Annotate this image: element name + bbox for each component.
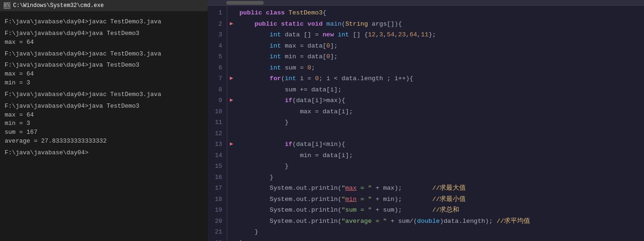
cmd-body[interactable]: F:\java\javabase\day04>javac TestDemo3.j… bbox=[0, 11, 208, 241]
cmd-line-11: min = 3 bbox=[5, 119, 203, 128]
ln-15: 15 bbox=[208, 161, 222, 172]
gutter-18 bbox=[227, 194, 236, 205]
cmd-titlebar: C\ C:\Windows\System32\cmd.exe bbox=[0, 0, 208, 11]
code-line-2: public static void main(String args[]){ bbox=[239, 19, 644, 30]
cmd-line-5: F:\java\javabase\day04>java TestDemo3 bbox=[5, 61, 203, 70]
cmd-line-9: F:\java\javabase\day04>java TestDemo3 bbox=[5, 102, 203, 111]
code-line-14: min = data[i]; bbox=[239, 150, 644, 161]
code-line-8: sum += data[i]; bbox=[239, 84, 644, 96]
code-line-9: if(data[i]>max){ bbox=[239, 95, 644, 106]
code-line-22: } bbox=[239, 238, 644, 241]
code-line-21: } bbox=[239, 227, 644, 238]
code-line-6: int sum = 0; bbox=[239, 62, 644, 74]
cmd-line-2: F:\java\javabase\day04>java TestDemo3 bbox=[5, 29, 203, 38]
ln-18: 18 bbox=[208, 194, 222, 205]
ln-16: 16 bbox=[208, 172, 222, 183]
cmd-panel: C\ C:\Windows\System32\cmd.exe F:\java\j… bbox=[0, 0, 208, 241]
ln-5: 5 bbox=[208, 51, 222, 62]
ln-17: 17 bbox=[208, 183, 222, 194]
code-line-11: } bbox=[239, 117, 644, 128]
gutter-14 bbox=[227, 150, 236, 161]
ln-6: 6 bbox=[208, 62, 222, 74]
gutter-20 bbox=[227, 216, 236, 227]
code-line-3: int data [] = new int [] {12,3,54,23,64,… bbox=[239, 29, 644, 41]
ln-11: 11 bbox=[208, 117, 222, 128]
cmd-line-3: max = 64 bbox=[5, 38, 203, 47]
gutter-9: ▶ bbox=[227, 95, 236, 106]
cmd-line-12: sum = 167 bbox=[5, 128, 203, 137]
gutter-11 bbox=[227, 117, 236, 128]
cmd-line-14: F:\java\javabase\day04> bbox=[5, 149, 203, 158]
cmd-line-7: min = 3 bbox=[5, 79, 203, 88]
gutter-5 bbox=[227, 51, 236, 62]
ln-9: 9 bbox=[208, 95, 222, 106]
ln-3: 3 bbox=[208, 29, 222, 41]
ln-4: 4 bbox=[208, 41, 222, 52]
gutter-19 bbox=[227, 205, 236, 216]
ln-12: 12 bbox=[208, 128, 222, 139]
scrollbar-top[interactable] bbox=[208, 0, 644, 6]
gutter-10 bbox=[227, 106, 236, 117]
code-line-15: } bbox=[239, 161, 644, 172]
ln-13: 13 bbox=[208, 139, 222, 150]
editor-content: 1 2 3 4 5 6 7 8 9 10 11 12 13 14 15 16 1… bbox=[208, 6, 644, 241]
gutter-12 bbox=[227, 128, 236, 139]
cmd-line-8: F:\java\javabase\day04>javac TestDemo3.j… bbox=[5, 90, 203, 99]
ln-21: 21 bbox=[208, 227, 222, 238]
cmd-title: C:\Windows\System32\cmd.exe bbox=[13, 2, 104, 9]
code-line-13: if(data[i]<min){ bbox=[239, 139, 644, 150]
cmd-line-13: average = 27.833333333333332 bbox=[5, 137, 203, 146]
gutter-8 bbox=[227, 84, 236, 96]
gutter-3 bbox=[227, 29, 236, 41]
gutter-16 bbox=[227, 172, 236, 183]
ln-10: 10 bbox=[208, 106, 222, 117]
gutter-1 bbox=[227, 7, 236, 19]
ln-7: 7 bbox=[208, 73, 222, 84]
code-line-5: int min = data[0]; bbox=[239, 51, 644, 62]
ln-19: 19 bbox=[208, 205, 222, 216]
code-line-1: public class TestDemo3{ bbox=[239, 7, 644, 19]
gutter-7: ▶ bbox=[227, 73, 236, 84]
gutter-4 bbox=[227, 41, 236, 52]
ln-1: 1 bbox=[208, 7, 222, 19]
code-line-7: for(int i = 0; i < data.length ; i++){ bbox=[239, 73, 644, 84]
code-line-20: System.out.println("average = " + sum/(d… bbox=[239, 216, 644, 227]
cmd-line-6: max = 64 bbox=[5, 70, 203, 79]
cmd-line-1: F:\java\javabase\day04>javac TestDemo3.j… bbox=[5, 18, 203, 27]
line-numbers: 1 2 3 4 5 6 7 8 9 10 11 12 13 14 15 16 1… bbox=[208, 6, 227, 241]
cmd-line-10: max = 64 bbox=[5, 111, 203, 120]
ln-22: 22 bbox=[208, 238, 222, 241]
code-line-17: System.out.println("max = " + max); //求最… bbox=[239, 183, 644, 194]
ln-2: 2 bbox=[208, 19, 222, 30]
gutter-22 bbox=[227, 238, 236, 241]
code-line-16: } bbox=[239, 172, 644, 183]
ln-8: 8 bbox=[208, 84, 222, 96]
ln-20: 20 bbox=[208, 216, 222, 227]
code-line-10: max = data[i]; bbox=[239, 106, 644, 117]
code-line-12 bbox=[239, 128, 644, 139]
cmd-line-4: F:\java\javabase\day04>javac TestDemo3.j… bbox=[5, 50, 203, 59]
scrollbar-track[interactable] bbox=[226, 1, 264, 5]
gutter-17 bbox=[227, 183, 236, 194]
gutter-15 bbox=[227, 161, 236, 172]
gutter-21 bbox=[227, 227, 236, 238]
gutter: ▶ ▶ ▶ ▶ bbox=[227, 6, 236, 241]
code-line-4: int max = data[0]; bbox=[239, 41, 644, 52]
code-line-19: System.out.println("sum = " + sum); //求总… bbox=[239, 205, 644, 216]
cmd-icon: C\ bbox=[4, 2, 10, 9]
gutter-2: ▶ bbox=[227, 19, 236, 30]
gutter-6 bbox=[227, 62, 236, 74]
code-line-18: System.out.println("min = " + min); //求最… bbox=[239, 194, 644, 205]
code-area[interactable]: public class TestDemo3{ public static vo… bbox=[236, 6, 644, 241]
editor-panel[interactable]: 1 2 3 4 5 6 7 8 9 10 11 12 13 14 15 16 1… bbox=[208, 0, 644, 241]
gutter-13: ▶ bbox=[227, 139, 236, 150]
ln-14: 14 bbox=[208, 150, 222, 161]
